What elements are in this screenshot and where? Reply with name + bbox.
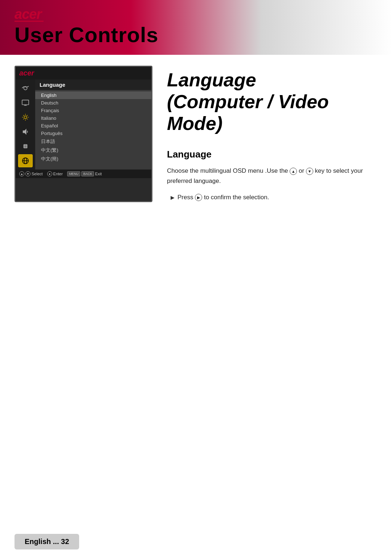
nav-enter-icon: ● bbox=[47, 171, 52, 176]
footer-badge: English ... 32 bbox=[15, 534, 79, 549]
osd-sidebar-item-settings[interactable] bbox=[18, 140, 33, 153]
osd-lang-english[interactable]: English bbox=[35, 91, 151, 99]
osd-lang-portugues[interactable]: Português bbox=[35, 130, 151, 137]
osd-main-panel: Language English Deutsch Français Italia… bbox=[35, 79, 151, 169]
osd-sidebar-item-color[interactable] bbox=[18, 111, 33, 124]
nav-exit-label: Exit bbox=[95, 172, 102, 176]
nav-right-circle-icon: ▶ bbox=[195, 194, 202, 201]
osd-lang-chinese-trad[interactable]: 中文(繁) bbox=[35, 146, 151, 155]
osd-acer-logo: acer bbox=[19, 69, 34, 77]
osd-nav-enter: ● Enter bbox=[47, 171, 63, 176]
osd-lang-italiano[interactable]: Italiano bbox=[35, 114, 151, 122]
osd-sidebar-item-image[interactable] bbox=[18, 82, 33, 95]
nav-up-circle-icon: ▲ bbox=[290, 168, 297, 175]
svg-rect-1 bbox=[22, 100, 29, 105]
right-content: Language (Computer / Video Mode) Languag… bbox=[167, 66, 377, 202]
svg-point-4 bbox=[24, 116, 26, 118]
page-header: acer User Controls bbox=[0, 0, 392, 55]
main-content: acer bbox=[0, 55, 392, 213]
osd-top-bar: acer bbox=[16, 67, 151, 79]
osd-lang-espanol[interactable]: Español bbox=[35, 122, 151, 130]
osd-sidebar-item-display[interactable] bbox=[18, 96, 33, 109]
section-italic-title: Language (Computer / Video Mode) bbox=[167, 69, 377, 134]
osd-sidebar-item-audio[interactable] bbox=[18, 125, 33, 138]
page-title: User Controls bbox=[15, 23, 377, 47]
osd-sidebar bbox=[16, 79, 35, 169]
bullet-text: Press ▶ to confirm the selection. bbox=[177, 192, 269, 202]
section-description: Choose the multilingual OSD menu .Use th… bbox=[167, 166, 377, 185]
section-subtitle: Language bbox=[167, 149, 377, 160]
osd-lang-deutsch[interactable]: Deutsch bbox=[35, 99, 151, 107]
nav-select-label: Select bbox=[32, 172, 43, 176]
svg-marker-5 bbox=[23, 130, 26, 134]
osd-language-list: English Deutsch Français Italiano Españo… bbox=[35, 90, 151, 165]
bullet-item-press: ▶ Press ▶ to confirm the selection. bbox=[171, 192, 377, 202]
svg-rect-6 bbox=[24, 144, 27, 148]
nav-down-icon: ▼ bbox=[25, 171, 30, 176]
osd-body: Language English Deutsch Français Italia… bbox=[16, 79, 151, 169]
osd-nav-select: ▲ ▼ Select bbox=[19, 171, 43, 176]
nav-up-icon: ▲ bbox=[19, 171, 24, 176]
nav-menu-key: MENU bbox=[67, 171, 81, 176]
osd-bottom-nav: ▲ ▼ Select ● Enter MENU BACK Exit bbox=[16, 169, 151, 178]
osd-screen: acer bbox=[15, 66, 152, 202]
bullet-triangle-icon: ▶ bbox=[171, 193, 175, 201]
nav-back-key: BACK bbox=[81, 171, 94, 176]
footer: English ... 32 bbox=[0, 527, 392, 556]
nav-down-circle-icon: ▼ bbox=[306, 168, 313, 175]
acer-brand-header: acer bbox=[15, 7, 377, 22]
nav-enter-label: Enter bbox=[53, 172, 63, 176]
acer-logo-text: acer bbox=[15, 7, 377, 22]
osd-language-header: Language bbox=[35, 79, 151, 90]
osd-sidebar-item-language[interactable] bbox=[18, 154, 33, 167]
osd-nav-exit: MENU BACK Exit bbox=[67, 171, 102, 176]
osd-lang-chinese-simp[interactable]: 中文(簡) bbox=[35, 155, 151, 163]
osd-lang-francais[interactable]: Français bbox=[35, 107, 151, 114]
osd-lang-japanese[interactable]: 日本語 bbox=[35, 137, 151, 146]
